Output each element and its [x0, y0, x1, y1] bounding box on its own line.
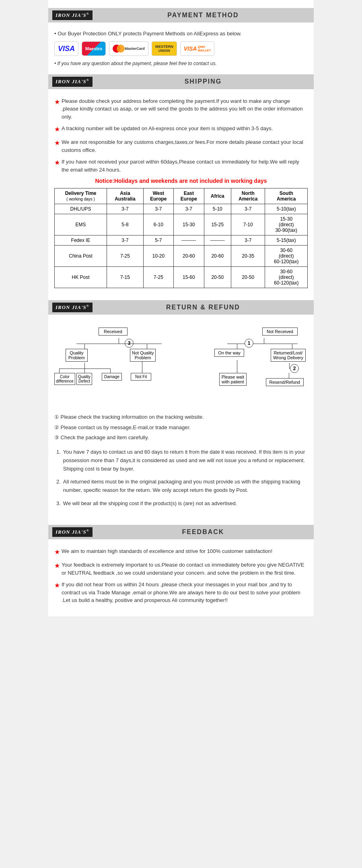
return-title: RETURN & REFUND [97, 304, 310, 311]
brand-logo-return: IRON JIA'S® [52, 303, 93, 312]
refund-steps: ① Please check the tracking information … [54, 413, 308, 442]
badge-1: 1 [245, 339, 253, 348]
table-row: HK Post 7-15 7-25 15-60 20-50 20-50 30-6… [55, 267, 308, 288]
resend-refund-box: Resend/Refund [266, 378, 304, 386]
returned-box: Returned/Lost/ Wrong Delivery [271, 349, 306, 362]
return-numbered-list: 1. You have 7 days to contact us and 60 … [54, 444, 308, 517]
table-header-north: NorthAmerica [231, 188, 265, 204]
star-icon-3: ★ [54, 138, 60, 148]
brand-logo-shipping: IRON JIA'S® [52, 77, 93, 86]
received-box: Received [99, 328, 128, 336]
badge-3: 3 [125, 339, 134, 348]
star-icon-1: ★ [54, 97, 60, 107]
feedback-title: FEEDBACK [97, 528, 310, 536]
shipping-section: ★ Please double check your address befor… [48, 93, 314, 297]
star-icon-fb-3: ★ [54, 581, 60, 590]
shipping-table: Delivery Time( working days ) AsiaAustra… [54, 188, 308, 288]
star-icon-fb-2: ★ [54, 561, 60, 571]
brand-logo-feedback: IRON JIA'S® [52, 527, 93, 537]
badge-2: 2 [290, 364, 299, 373]
table-header-delivery: Delivery Time( working days ) [55, 188, 107, 204]
feedback-point-3: ★ If you did not hear from us within 24 … [54, 581, 308, 604]
feedback-section: ★ We aim to maintain high standards of e… [48, 543, 314, 612]
return-item-1: 1. You have 7 days to contact us and 60 … [56, 448, 306, 473]
payment-header: IRON JIA'S® PAYMENT METHOD [48, 8, 314, 23]
shipping-header: IRON JIA'S® SHIPPING [48, 74, 314, 89]
not-quality-problem-box: Not Quality Problem [130, 349, 156, 362]
shipping-point-3: ★ We are not responsible for any customs… [54, 138, 308, 154]
refund-step-2: ② Please contact us by message,E-mail,or… [54, 424, 308, 432]
table-header-asia: AsiaAustralia [107, 188, 143, 204]
quality-problem-box: Quality Problem [66, 349, 88, 362]
payment-section: • Our Buyer Protection ONLY protects Pay… [48, 27, 314, 70]
wait-box: Please wait with patient [219, 373, 247, 386]
brand-logo-payment: IRON JIA'S® [52, 10, 93, 20]
return-section: Received 3 Quality Problem Not Quality P… [48, 319, 314, 520]
maestro-card: Maestro [82, 41, 106, 56]
carrier-hk-post: HK Post [55, 267, 107, 288]
table-row: Fedex IE 3-7 5-7 --------- --------- 3-7… [55, 235, 308, 246]
refund-step-1: ① Please check the tracking information … [54, 413, 308, 421]
not-received-box: Not Received [262, 328, 298, 336]
mastercard-card: MasterCard [109, 41, 148, 56]
return-item-3: 3. We will bear all the shipping cost if… [56, 500, 306, 508]
damage-box: Damage [102, 373, 122, 381]
payment-icons: VISA Maestro MasterCard WESTERNUNION VIS… [54, 41, 308, 56]
feedback-header: IRON JIA'S® FEEDBACK [48, 525, 314, 539]
return-header: IRON JIA'S® RETURN & REFUND [48, 300, 314, 315]
visa-card: VISA [54, 41, 78, 56]
payment-note: • Our Buyer Protection ONLY protects Pay… [54, 31, 308, 37]
table-row: China Post 7-25 10-20 20-60 20-60 20-35 … [55, 246, 308, 267]
payment-contact: • If you have any question about the pay… [54, 61, 308, 66]
payment-title: PAYMENT METHOD [97, 12, 310, 19]
carrier-dhl: DHL/UPS [55, 204, 107, 214]
on-the-way-box: On the way [214, 349, 244, 357]
carrier-fedex: Fedex IE [55, 235, 107, 246]
carrier-china-post: China Post [55, 246, 107, 267]
not-fit-box: Not Fit [131, 373, 151, 381]
star-icon-2: ★ [54, 125, 60, 134]
return-item-2: 2. All returned items must be in the ori… [56, 478, 306, 495]
table-header-south: SouthAmerica [265, 188, 308, 204]
qiwi-card: VISA QIWIWALLET [180, 41, 215, 56]
table-row: EMS 5-8 6-10 15-30 15-25 7-10 15-30(dire… [55, 214, 308, 235]
star-icon-fb-1: ★ [54, 547, 60, 557]
color-difference-box: Color difference [54, 373, 75, 385]
table-header-africa: Africa [204, 188, 231, 204]
shipping-point-2: ★ A tracking number will be updated on A… [54, 125, 308, 134]
star-icon-4: ★ [54, 158, 60, 168]
table-header-west: WestEurope [143, 188, 173, 204]
shipping-notice: Notice:Holidays and weekends are not inc… [54, 178, 308, 184]
refund-step-3: ③ Check the package and item carefully. [54, 434, 308, 442]
table-header-east: EastEurope [174, 188, 204, 204]
western-union-card: WESTERNUNION [152, 41, 177, 56]
quality-defect-box: Quality Defect [76, 373, 92, 385]
table-row: DHL/UPS 3-7 3-7 3-7 5-10 3-7 5-10(tax) [55, 204, 308, 214]
page-wrapper: IRON JIA'S® PAYMENT METHOD • Our Buyer P… [48, 0, 314, 616]
shipping-point-1: ★ Please double check your address befor… [54, 97, 308, 121]
refund-diagram: Received 3 Quality Problem Not Quality P… [54, 327, 308, 407]
feedback-point-2: ★ Your feedback is extremely important t… [54, 561, 308, 577]
shipping-point-4: ★ If you have not received your parcel w… [54, 158, 308, 174]
feedback-point-1: ★ We aim to maintain high standards of e… [54, 547, 308, 557]
carrier-ems: EMS [55, 214, 107, 235]
shipping-title: SHIPPING [97, 78, 310, 85]
